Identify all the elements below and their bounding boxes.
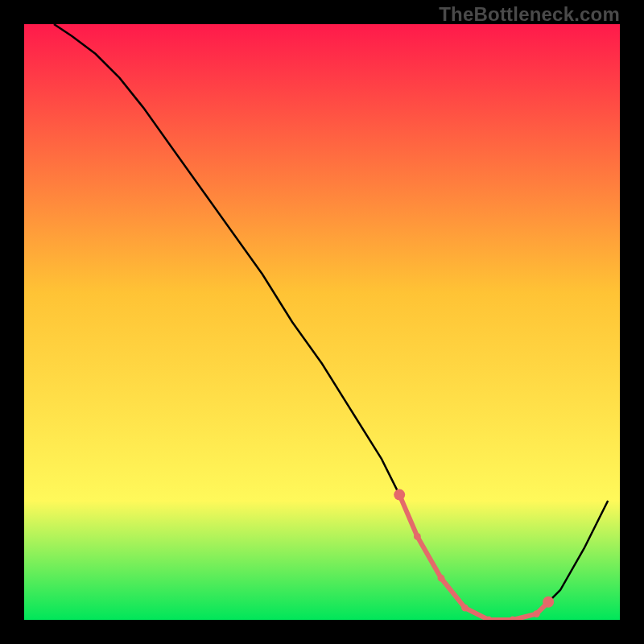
optimal-range-dot bbox=[414, 533, 421, 540]
watermark-text: TheBottleneck.com bbox=[439, 3, 620, 26]
optimal-range-dot bbox=[461, 605, 469, 612]
gradient-background bbox=[24, 24, 620, 620]
optimal-range-dot bbox=[533, 610, 540, 617]
plot-area bbox=[24, 24, 620, 620]
optimal-range-dot bbox=[394, 489, 405, 501]
optimal-range-dot bbox=[543, 597, 554, 608]
chart-frame: TheBottleneck.com bbox=[0, 0, 644, 644]
chart-canvas bbox=[24, 24, 620, 620]
optimal-range-dot bbox=[438, 575, 445, 582]
